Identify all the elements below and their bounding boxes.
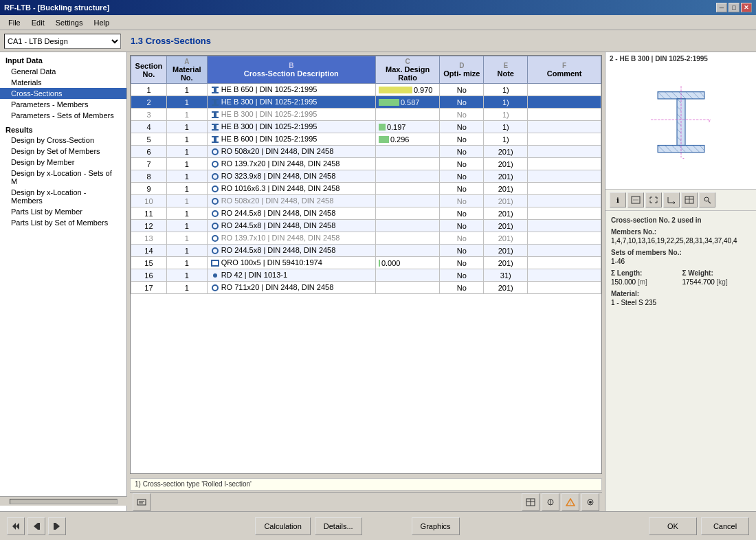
sets-value: 1-46 (611, 258, 751, 265)
material-label: Material: (611, 290, 751, 297)
sidebar: Input Data General Data Materials Cross-… (0, 52, 127, 511)
cell-comment (528, 195, 601, 207)
svg-marker-84 (56, 523, 60, 530)
cell-comment (528, 146, 601, 158)
cross-sections-table[interactable]: Section No. A Material No. B Cross-Secti… (130, 55, 602, 474)
cell-desc: RO 244.5x8 | DIN 2448, DIN 2458 (207, 245, 375, 257)
material-row: Material: 1 - Steel S 235 (611, 290, 751, 306)
sidebar-item-design-set-members[interactable]: Design by Set of Members (0, 146, 126, 157)
cs-table-btn[interactable] (681, 192, 698, 207)
svg-rect-1 (214, 88, 216, 92)
table-row[interactable]: 2 1 HE B 300 | DIN 1025-2:1995 0.587 No … (131, 96, 601, 109)
sidebar-item-cross-sections[interactable]: Cross-Sections (0, 88, 126, 99)
table-row[interactable]: 12 1 RO 244.5x8 | DIN 2448, DIN 2458 No … (131, 220, 601, 232)
calculation-button[interactable]: Calculation (255, 517, 310, 535)
cell-desc: RO 139.7x20 | DIN 2448, DIN 2458 (207, 158, 375, 170)
sidebar-item-parts-set[interactable]: Parts List by Set of Members (0, 217, 126, 228)
sidebar-item-general-data[interactable]: General Data (0, 66, 126, 77)
svg-point-78 (704, 197, 709, 201)
table-row[interactable]: 8 1 RO 323.9x8 | DIN 2448, DIN 2458 No 2… (131, 170, 601, 183)
maximize-button[interactable]: □ (729, 3, 740, 12)
cell-comment (528, 207, 601, 220)
cell-no: 11 (131, 207, 167, 220)
cell-mat: 1 (166, 96, 207, 109)
nav-back-button[interactable] (7, 517, 25, 535)
cell-no: 9 (131, 183, 167, 195)
minimize-button[interactable]: ─ (716, 3, 727, 12)
window-title: RF-LTB - [Buckling structure] (4, 3, 109, 12)
table-row[interactable]: 6 1 RO 508x20 | DIN 2448, DIN 2458 No 20… (131, 146, 601, 158)
table-row[interactable]: 13 1 RO 139.7x10 | DIN 2448, DIN 2458 No… (131, 232, 601, 245)
sidebar-item-params-sets[interactable]: Parameters - Sets of Members (0, 110, 126, 121)
table-row[interactable]: 16 1 RD 42 | DIN 1013-1 No 31) (131, 269, 601, 282)
table-row[interactable]: 15 1 QRO 100x5 | DIN 59410:1974 0.000 No… (131, 257, 601, 269)
table-icon-4[interactable] (581, 493, 599, 511)
cell-comment (528, 133, 601, 146)
cs-info-btn[interactable]: ℹ (610, 192, 626, 207)
table-row[interactable]: 9 1 RO 1016x6.3 | DIN 2448, DIN 2458 No … (131, 183, 601, 195)
header-section-no: Section No. (131, 56, 167, 84)
table-row[interactable]: 11 1 RO 244.5x8 | DIN 2448, DIN 2458 No … (131, 207, 601, 220)
table-row[interactable]: 10 1 RO 508x20 | DIN 2448, DIN 2458 No 2… (131, 195, 601, 207)
menu-help[interactable]: Help (88, 17, 115, 28)
cell-mat: 1 (166, 170, 207, 183)
table-row[interactable]: 4 1 HE B 300 | DIN 1025-2:1995 0.197 No … (131, 121, 601, 133)
table-icon-1[interactable] (522, 493, 540, 511)
table-row[interactable]: 3 1 HE B 300 | DIN 1025-2:1995 No 1) (131, 109, 601, 121)
export-button[interactable] (133, 493, 151, 511)
sidebar-item-params-members[interactable]: Parameters - Members (0, 99, 126, 110)
menu-settings[interactable]: Settings (50, 17, 89, 28)
menu-file[interactable]: File (3, 17, 26, 28)
cell-optimize: No (440, 109, 484, 121)
cell-note: 201) (484, 232, 528, 245)
cs-preview-title: 2 - HE B 300 | DIN 1025-2:1995 (610, 55, 708, 63)
table-row[interactable]: 14 1 RO 244.5x8 | DIN 2448, DIN 2458 No … (131, 245, 601, 257)
cell-no: 3 (131, 109, 167, 121)
module-select[interactable]: CA1 - LTB Design (4, 34, 121, 49)
toolbar: CA1 - LTB Design 1.3 Cross-Sections (0, 30, 756, 52)
cell-mat: 1 (166, 133, 207, 146)
cell-note: 201) (484, 183, 528, 195)
weight-label: Σ Weight: (682, 269, 751, 277)
cancel-button[interactable]: Cancel (701, 517, 749, 535)
cs-axes-btn[interactable] (663, 192, 680, 207)
cell-comment (528, 257, 601, 269)
sidebar-item-design-x-members[interactable]: Design by x-Location - Members (0, 187, 126, 206)
cell-ratio (375, 158, 439, 170)
cell-desc: QRO 100x5 | DIN 59410:1974 (207, 257, 375, 269)
sidebar-item-design-member[interactable]: Design by Member (0, 157, 126, 168)
sidebar-item-parts-member[interactable]: Parts List by Member (0, 206, 126, 217)
table-row[interactable]: 17 1 RO 711x20 | DIN 2448, DIN 2458 No 2… (131, 282, 601, 294)
svg-point-17 (212, 174, 218, 179)
details-button[interactable]: Details... (315, 517, 362, 535)
cell-note: 201) (484, 170, 528, 183)
graphics-button[interactable]: Graphics (412, 517, 460, 535)
table-icon-3[interactable]: ! (562, 493, 579, 511)
table-row[interactable]: 1 1 HE B 650 | DIN 1025-2:1995 0.970 No … (131, 84, 601, 96)
cell-comment (528, 96, 601, 109)
cell-desc: RO 139.7x10 | DIN 2448, DIN 2458 (207, 232, 375, 245)
menu-edit[interactable]: Edit (26, 17, 50, 28)
sidebar-item-design-x-sets[interactable]: Design by x-Location - Sets of M (0, 168, 126, 187)
cs-render-btn[interactable] (627, 192, 644, 207)
svg-text:!: ! (570, 501, 571, 506)
cell-desc: RO 323.9x8 | DIN 2448, DIN 2458 (207, 170, 375, 183)
cell-optimize: No (440, 121, 484, 133)
cell-desc: RO 711x20 | DIN 2448, DIN 2458 (207, 282, 375, 294)
sidebar-scrollbar[interactable] (0, 496, 127, 506)
ok-button[interactable]: OK (649, 517, 697, 535)
close-button[interactable]: ✕ (741, 3, 752, 12)
cs-search-btn[interactable] (699, 192, 715, 207)
cell-mat: 1 (166, 183, 207, 195)
svg-rect-9 (212, 124, 219, 125)
cs-zoom-btn[interactable] (645, 192, 662, 207)
nav-prev-button[interactable] (27, 517, 45, 535)
nav-next-button[interactable] (48, 517, 66, 535)
table-icon-2[interactable] (542, 493, 559, 511)
sidebar-item-materials[interactable]: Materials (0, 77, 126, 88)
table-row[interactable]: 5 1 HE B 600 | DIN 1025-2:1995 0.296 No … (131, 133, 601, 146)
svg-rect-83 (38, 523, 40, 530)
table-row[interactable]: 7 1 RO 139.7x20 | DIN 2448, DIN 2458 No … (131, 158, 601, 170)
sidebar-item-design-cross-section[interactable]: Design by Cross-Section (0, 135, 126, 146)
cell-comment (528, 220, 601, 232)
